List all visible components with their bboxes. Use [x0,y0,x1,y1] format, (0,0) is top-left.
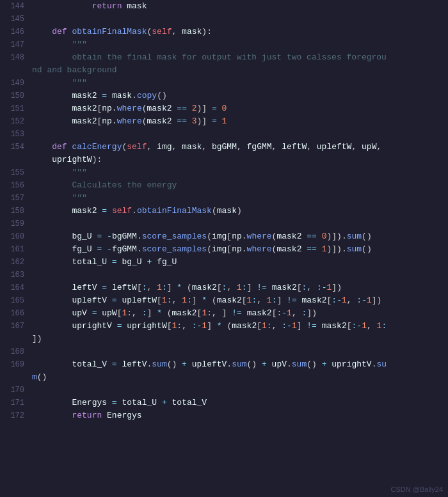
code-editor: 144 return mask 145 146 def obtainFinalM… [0,0,448,497]
code-line-170: 170 [0,384,448,397]
code-line-165: 165 upleftV = upleftW[1:, 1:] * (mask2[1… [0,294,448,307]
code-line-162: 162 total_U = bg_U + fg_U [0,256,448,269]
code-line-153: 153 [0,128,448,141]
code-line-159: 159 [0,217,448,230]
code-line-152: 152 mask2[np.where(mask2 == 3)] = 1 [0,115,448,128]
code-line-166: 166 upV = upW[1:, :] * (mask2[1:, ] != m… [0,307,448,320]
code-line-172: 172 return Energys [0,409,448,422]
code-line-148: 148 obtain the final mask for output wit… [0,51,448,77]
code-line-144: 144 return mask [0,0,448,13]
code-line-158: 158 mask2 = self.obtainFinalMask(mask) [0,205,448,217]
code-line-161: 161 fg_U = -fgGMM.score_samples(img[np.w… [0,243,448,256]
code-line-146: 146 def obtainFinalMask(self, mask): [0,26,448,38]
code-line-167: 167 uprightV = uprightW[1:, :-1] * (mask… [0,320,448,345]
code-line-156: 156 Calculates the energy [0,179,448,192]
code-line-160: 160 bg_U = -bgGMM.score_samples(img[np.w… [0,230,448,243]
watermark: CSDN @Bally24 [391,485,443,493]
code-line-163: 163 [0,269,448,281]
code-line-155: 155 """ [0,166,448,179]
code-line-157: 157 """ [0,192,448,205]
code-line-151: 151 mask2[np.where(mask2 == 2)] = 0 [0,102,448,115]
code-line-150: 150 mask2 = mask.copy() [0,90,448,102]
code-line-171: 171 Energys = total_U + total_V [0,397,448,409]
code-line-145: 145 [0,13,448,26]
code-line-149: 149 """ [0,77,448,90]
code-line-147: 147 """ [0,38,448,51]
code-line-168: 168 [0,345,448,358]
code-line-169: 169 total_V = leftV.sum() + upleftV.sum(… [0,358,448,384]
code-line-154: 154 def calcEnergy(self, img, mask, bgGM… [0,141,448,166]
code-line-164: 164 leftV = leftW[:, 1:] * (mask2[:, 1:]… [0,281,448,294]
